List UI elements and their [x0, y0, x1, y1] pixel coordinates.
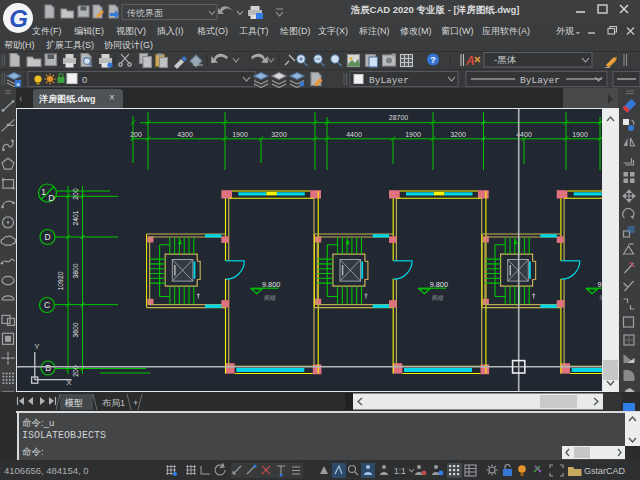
svg-text:ByLayer: ByLayer [369, 75, 409, 86]
svg-text:布局1: 布局1 [102, 398, 125, 408]
svg-text:3200: 3200 [271, 131, 287, 138]
svg-text:C: C [44, 300, 50, 310]
svg-text:B: B [45, 363, 51, 373]
svg-text:3200: 3200 [450, 131, 466, 138]
svg-text:G: G [9, 5, 28, 32]
svg-text:ByLayer: ByLayer [520, 75, 560, 86]
svg-text:28700: 28700 [389, 114, 409, 121]
svg-text:1900: 1900 [405, 131, 421, 138]
svg-text:阁楼: 阁楼 [264, 295, 276, 302]
svg-text:9.800: 9.800 [262, 280, 280, 289]
svg-text:2401: 2401 [72, 210, 79, 225]
svg-text:Y: Y [34, 342, 40, 351]
svg-text:A: A [465, 54, 475, 68]
svg-text:1900: 1900 [232, 131, 248, 138]
svg-text:GstarCAD: GstarCAD [584, 466, 626, 476]
svg-text:传统界面: 传统界面 [126, 8, 163, 18]
svg-text:0: 0 [82, 74, 87, 85]
svg-text:?: ? [430, 55, 436, 65]
svg-text:D: D [48, 193, 55, 203]
svg-text:10920: 10920 [57, 271, 64, 290]
svg-text:200: 200 [72, 188, 79, 200]
svg-text:1900: 1900 [572, 131, 588, 138]
svg-text:1: 1 [41, 187, 46, 197]
svg-text:+: + [133, 398, 138, 408]
svg-text:模型: 模型 [64, 398, 83, 408]
svg-text:200: 200 [130, 131, 142, 138]
svg-text:X: X [66, 378, 72, 387]
svg-text:1:1: 1:1 [394, 466, 406, 476]
svg-text:4300: 4300 [177, 131, 193, 138]
svg-text:3600: 3600 [72, 322, 79, 337]
svg-text:4400: 4400 [346, 131, 362, 138]
svg-text:-黑体: -黑体 [494, 54, 517, 65]
svg-text:3800: 3800 [72, 263, 79, 278]
svg-text:D: D [44, 232, 50, 242]
